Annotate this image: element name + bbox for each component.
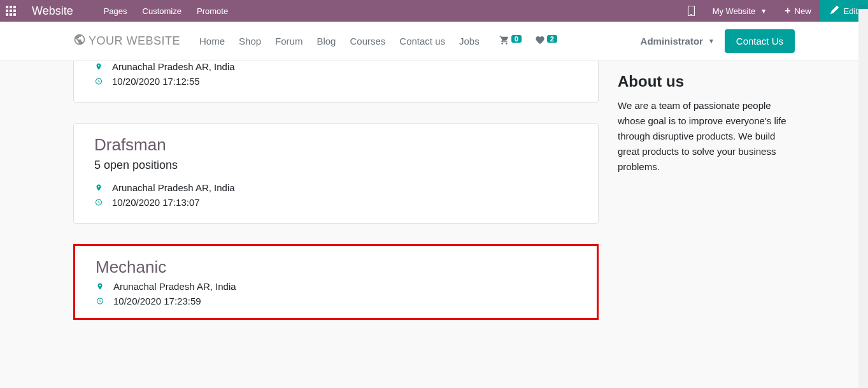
logo-text: YOUR WEBSITE — [89, 34, 180, 48]
sidebar: About us We are a team of passionate peo… — [618, 61, 786, 320]
job-location: Arunachal Pradesh AR, India — [96, 281, 576, 292]
wishlist-button[interactable]: 2 — [534, 35, 557, 48]
wishlist-badge: 2 — [547, 35, 557, 43]
nav-blog[interactable]: Blog — [317, 36, 336, 47]
job-datetime: 10/20/2020 17:13:07 — [94, 197, 578, 208]
site-nav: YOUR WEBSITE Home Shop Forum Blog Course… — [0, 22, 868, 61]
svg-rect-3 — [6, 10, 8, 12]
svg-rect-5 — [13, 10, 16, 12]
user-menu[interactable]: Administrator ▼ — [641, 36, 715, 47]
clock-icon — [94, 76, 103, 86]
nav-jobs[interactable]: Jobs — [459, 36, 480, 47]
nav-courses[interactable]: Courses — [350, 36, 385, 47]
edit-label: Edit — [844, 6, 858, 16]
nav-icons: 0 2 — [499, 35, 557, 48]
pencil-icon — [830, 6, 839, 16]
job-card[interactable]: Drafsman5 open positionsArunachal Prades… — [73, 123, 599, 224]
map-pin-icon — [94, 183, 103, 192]
top-menu-promote[interactable]: Promote — [196, 1, 229, 21]
job-datetime-text: 10/20/2020 17:13:07 — [112, 197, 200, 208]
job-location: Arunachal Pradesh AR, India — [94, 61, 578, 72]
nav-right: Administrator ▼ Contact Us — [641, 29, 795, 53]
top-menu: Pages Customize Promote — [83, 1, 229, 21]
chevron-down-icon: ▼ — [708, 38, 715, 45]
nav-links: Home Shop Forum Blog Courses Contact us … — [199, 36, 480, 47]
site-logo[interactable]: YOUR WEBSITE — [73, 33, 180, 49]
job-location-text: Arunachal Pradesh AR, India — [112, 182, 235, 193]
job-location: Arunachal Pradesh AR, India — [94, 182, 578, 193]
job-title[interactable]: Mechanic — [96, 257, 576, 277]
top-bar: Website Pages Customize Promote My Websi… — [0, 0, 868, 22]
cart-icon — [499, 35, 510, 48]
nav-home[interactable]: Home — [199, 36, 225, 47]
job-positions: 5 open positions — [94, 159, 578, 172]
job-datetime-text: 10/20/2020 17:12:55 — [112, 76, 200, 87]
top-menu-customize[interactable]: Customize — [141, 1, 183, 21]
mobile-preview-icon[interactable] — [679, 0, 704, 22]
about-title: About us — [618, 73, 786, 90]
nav-forum[interactable]: Forum — [275, 36, 302, 47]
website-switcher-label: My Website — [713, 6, 756, 16]
svg-rect-1 — [10, 6, 12, 8]
app-brand[interactable]: Website — [22, 4, 83, 18]
svg-rect-10 — [690, 14, 692, 15]
plus-icon: + — [785, 5, 790, 17]
globe-icon — [73, 33, 86, 49]
jobs-list: Arunachal Pradesh AR, India10/20/2020 17… — [73, 61, 599, 320]
cart-badge: 0 — [511, 35, 522, 43]
chevron-down-icon: ▼ — [760, 8, 767, 15]
map-pin-icon — [96, 282, 104, 291]
website-switcher[interactable]: My Website ▼ — [704, 0, 776, 22]
job-location-text: Arunachal Pradesh AR, India — [112, 61, 235, 72]
clock-icon — [94, 198, 103, 207]
svg-rect-2 — [13, 6, 16, 8]
nav-contact[interactable]: Contact us — [399, 36, 445, 47]
job-card[interactable]: Arunachal Pradesh AR, India10/20/2020 17… — [73, 61, 599, 103]
map-pin-icon — [94, 62, 103, 71]
new-label: New — [795, 6, 811, 16]
svg-rect-6 — [6, 13, 8, 16]
svg-rect-7 — [10, 13, 12, 16]
svg-rect-8 — [13, 13, 16, 16]
user-label: Administrator — [641, 36, 703, 47]
contact-us-button[interactable]: Contact Us — [725, 29, 795, 53]
top-right: My Website ▼ + New Edit — [679, 0, 868, 22]
about-text: We are a team of passionate people whose… — [618, 98, 786, 175]
top-menu-pages[interactable]: Pages — [103, 1, 129, 21]
svg-rect-4 — [10, 10, 12, 12]
job-datetime: 10/20/2020 17:12:55 — [94, 76, 578, 87]
job-datetime: 10/20/2020 17:23:59 — [96, 296, 576, 306]
nav-shop[interactable]: Shop — [239, 36, 261, 47]
scrollbar-track[interactable] — [858, 9, 868, 388]
page-content: Arunachal Pradesh AR, India10/20/2020 17… — [0, 61, 868, 320]
clock-icon — [96, 296, 104, 306]
job-location-text: Arunachal Pradesh AR, India — [113, 281, 236, 292]
svg-rect-0 — [6, 6, 8, 8]
new-button[interactable]: + New — [776, 0, 820, 22]
apps-grid-icon[interactable] — [0, 6, 22, 16]
job-title[interactable]: Drafsman — [94, 135, 578, 155]
job-card[interactable]: MechanicArunachal Pradesh AR, India10/20… — [73, 244, 599, 320]
job-datetime-text: 10/20/2020 17:23:59 — [113, 296, 201, 306]
heart-icon — [534, 35, 546, 48]
cart-button[interactable]: 0 — [499, 35, 522, 48]
